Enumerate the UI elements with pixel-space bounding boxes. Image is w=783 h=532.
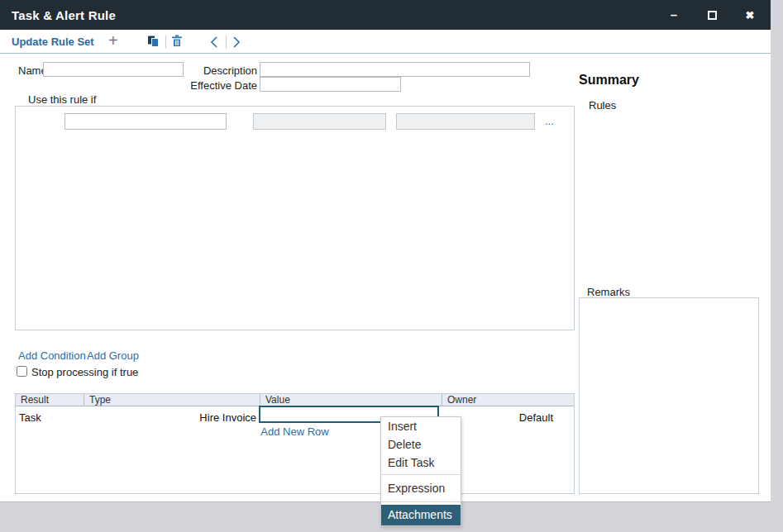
maximize-icon: [708, 11, 717, 20]
condition-ellipsis-link[interactable]: ...: [545, 115, 554, 127]
column-header-type: Type: [84, 394, 260, 406]
description-label: Description: [165, 64, 257, 77]
minimize-button[interactable]: –: [655, 0, 693, 30]
remarks-textarea[interactable]: [579, 297, 759, 494]
trash-icon[interactable]: [171, 35, 183, 51]
stop-processing-checkbox[interactable]: [17, 366, 27, 377]
add-icon[interactable]: +: [108, 31, 118, 50]
desktop-background: Task & Alert Rule – ✖ Update Rule Set +: [0, 0, 783, 532]
window-controls: – ✖: [655, 0, 769, 30]
effective-date-input[interactable]: [260, 77, 401, 92]
close-icon: ✖: [746, 9, 755, 21]
menu-item-delete[interactable]: Delete: [381, 435, 461, 454]
name-input[interactable]: [43, 62, 184, 77]
copy-icon[interactable]: [147, 36, 160, 51]
minimize-icon: –: [671, 11, 677, 19]
menu-item-expression[interactable]: Expression: [381, 477, 461, 499]
menu-separator: [381, 501, 461, 502]
use-rule-if-label: Use this rule if: [28, 93, 96, 106]
add-new-row-link[interactable]: Add New Row: [16, 425, 574, 438]
titlebar: Task & Alert Rule – ✖: [0, 0, 771, 30]
results-table-header: Result Type Value Owner: [16, 394, 574, 406]
rules-label: Rules: [589, 99, 616, 112]
condition-field-input[interactable]: [64, 113, 227, 130]
menu-separator: [381, 474, 461, 475]
menu-item-edit-task[interactable]: Edit Task: [381, 454, 461, 472]
toolbar-divider: [165, 36, 166, 49]
condition-value-input: [396, 113, 535, 130]
results-table: Result Type Value Owner Task Hire Invoic…: [15, 393, 575, 494]
effective-date-label: Effective Date: [165, 79, 257, 92]
add-condition-link[interactable]: Add Condition: [18, 349, 86, 362]
context-menu: Insert Delete Edit Task Expression Attac…: [380, 416, 461, 526]
rule-conditions-box: ...: [15, 106, 575, 330]
next-chevron-icon[interactable]: [232, 36, 241, 51]
type-cell[interactable]: Hire Invoice: [84, 411, 256, 424]
update-rule-set-button[interactable]: Update Rule Set: [12, 36, 94, 48]
toolbar-divider: [226, 36, 227, 49]
column-header-value: Value: [260, 394, 442, 406]
remarks-label: Remarks: [587, 286, 630, 298]
column-header-result: Result: [16, 394, 84, 406]
close-button[interactable]: ✖: [731, 0, 769, 30]
previous-chevron-icon[interactable]: [210, 36, 218, 51]
summary-title: Summary: [579, 73, 639, 88]
menu-item-attachments[interactable]: Attachments: [381, 505, 461, 525]
column-header-owner: Owner: [442, 394, 574, 406]
menu-item-insert[interactable]: Insert: [381, 417, 461, 435]
dialog-title: Task & Alert Rule: [12, 8, 116, 22]
description-input[interactable]: [260, 62, 530, 77]
result-cell: Task: [19, 411, 41, 424]
add-group-link[interactable]: Add Group: [87, 349, 139, 362]
maximize-button[interactable]: [693, 0, 731, 30]
stop-processing-label: Stop processing if true: [31, 366, 138, 378]
toolbar: Update Rule Set +: [0, 30, 771, 54]
condition-operator-input: [253, 113, 386, 130]
